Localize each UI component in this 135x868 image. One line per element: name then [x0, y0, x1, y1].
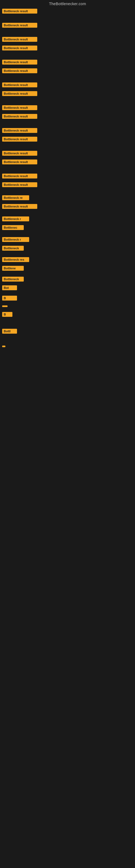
bottleneck-result-badge[interactable]: Bottleneck result	[2, 114, 37, 119]
bottleneck-result-badge[interactable]: Bottleneck result	[2, 204, 37, 209]
bottleneck-result-badge[interactable]: B	[2, 312, 12, 317]
result-row: Bottleneck r	[0, 215, 135, 223]
bottleneck-result-badge[interactable]: Bottleneck r	[2, 216, 29, 221]
bottleneck-result-badge[interactable]: Bottleneck result	[2, 151, 37, 156]
result-row: Bottlenec	[0, 223, 135, 231]
bottleneck-result-badge[interactable]: Bottleneck result	[2, 174, 37, 179]
result-row: Bottleneck res	[0, 255, 135, 264]
result-row: Bottleneck result	[0, 181, 135, 189]
bottleneck-result-badge[interactable]: Bottleneck result	[2, 137, 37, 142]
bottleneck-result-badge[interactable]: Bottleneck result	[2, 83, 37, 87]
bottleneck-result-badge[interactable]: Bottleneck	[2, 246, 24, 251]
bottleneck-result-badge[interactable]: Bottleneck	[2, 277, 24, 282]
result-row: Bottleneck result	[0, 112, 135, 120]
bottleneck-result-badge[interactable]: Bot	[2, 285, 17, 290]
result-row: Bot	[0, 284, 135, 292]
bottleneck-result-badge[interactable]: Bottleneck result	[2, 23, 37, 28]
result-row: Bottleneck re	[0, 194, 135, 202]
bottleneck-result-badge[interactable]: B	[2, 296, 17, 301]
bottleneck-result-badge[interactable]: Bottleneck result	[2, 159, 37, 164]
bottleneck-result-badge[interactable]	[2, 346, 5, 347]
site-title: TheBottlenecker.com	[0, 0, 135, 7]
result-row	[0, 304, 135, 309]
bottleneck-result-badge[interactable]: Bottleneck result	[2, 105, 37, 110]
bottleneck-result-badge[interactable]: Bottleneck re	[2, 195, 29, 200]
bottleneck-result-badge[interactable]: Bottleneck result	[2, 182, 37, 187]
result-row: Bottleneck result	[0, 44, 135, 52]
result-row: Bottleneck	[0, 275, 135, 283]
result-row: Bottleneck result	[0, 158, 135, 166]
bottleneck-result-badge[interactable]	[2, 305, 8, 307]
bottleneck-result-badge[interactable]: Bottleneck result	[2, 9, 37, 13]
result-row: Bottleneck result	[0, 104, 135, 112]
bottleneck-result-badge[interactable]: Bottleneck result	[2, 60, 37, 65]
result-row: Bottleneck result	[0, 126, 135, 134]
bottleneck-result-badge[interactable]: Bottleneck r	[2, 237, 29, 242]
bottleneck-result-badge[interactable]: Bottlene	[2, 266, 24, 271]
bottleneck-result-badge[interactable]: Bottl	[2, 329, 17, 334]
result-row: Bottleneck result	[0, 67, 135, 75]
result-row: Bottleneck result	[0, 21, 135, 29]
result-row: Bottleneck result	[0, 203, 135, 211]
bottleneck-result-badge[interactable]: Bottleneck result	[2, 45, 37, 51]
result-row: Bottleneck result	[0, 7, 135, 15]
result-row: Bottleneck result	[0, 90, 135, 98]
result-row: Bottleneck result	[0, 58, 135, 66]
bottleneck-result-badge[interactable]: Bottleneck result	[2, 68, 37, 73]
result-row	[0, 344, 135, 349]
result-row: Bottleneck	[0, 244, 135, 252]
result-row: Bottleneck result	[0, 149, 135, 157]
result-row: Bottleneck r	[0, 236, 135, 244]
result-row: Bottleneck result	[0, 81, 135, 89]
result-row: Bottlene	[0, 264, 135, 272]
bottleneck-result-badge[interactable]: Bottleneck result	[2, 37, 37, 42]
result-row: B	[0, 310, 135, 318]
results-container: Bottleneck resultBottleneck resultBottle…	[0, 7, 135, 349]
bottleneck-result-badge[interactable]: Bottleneck result	[2, 128, 37, 133]
bottleneck-result-badge[interactable]: Bottlenec	[2, 225, 24, 230]
result-row: Bottleneck result	[0, 172, 135, 180]
result-row: B	[0, 294, 135, 302]
result-row: Bottl	[0, 327, 135, 335]
bottleneck-result-badge[interactable]: Bottleneck res	[2, 257, 29, 262]
result-row: Bottleneck result	[0, 35, 135, 43]
result-row: Bottleneck result	[0, 135, 135, 143]
bottleneck-result-badge[interactable]: Bottleneck result	[2, 91, 37, 96]
